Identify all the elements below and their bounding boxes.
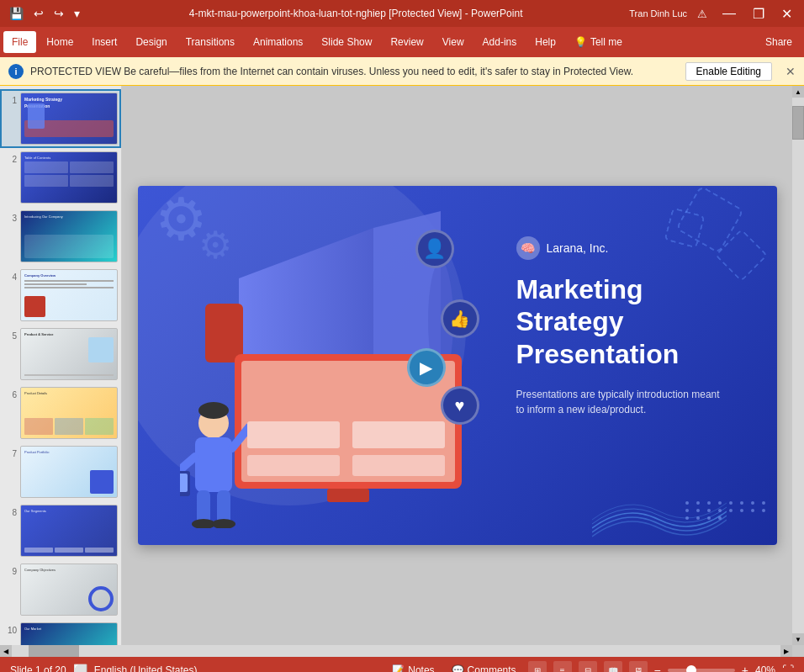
undo-icon[interactable]: ↩ (31, 5, 46, 22)
fit-screen-icon[interactable]: ⛶ (782, 664, 794, 672)
person-svg (180, 402, 247, 528)
slide-number-8: 8 (3, 508, 17, 517)
user-name: Tran Dinh Luc (629, 8, 687, 19)
slide-thumbnail-10[interactable]: 10 Our Market (0, 619, 121, 645)
banner-text: PROTECTED VIEW Be careful—files from the… (30, 66, 633, 77)
scroll-right-button[interactable]: ▶ (780, 645, 792, 657)
svg-rect-6 (247, 421, 340, 448)
slide-number-10: 10 (3, 626, 17, 635)
slide-number-2: 2 (3, 155, 17, 164)
menu-review[interactable]: Review (382, 31, 431, 53)
redo-icon[interactable]: ↪ (51, 5, 66, 22)
menu-home[interactable]: Home (38, 31, 82, 53)
slide-subtitle: Presentations are typically introduction… (516, 387, 752, 417)
status-left: Slide 1 of 20 ⬜ English (United States) (10, 664, 197, 672)
info-icon: i (8, 64, 24, 79)
menu-file[interactable]: File (3, 31, 36, 53)
slide-thumb-img-7: Product Portfolio (20, 446, 118, 498)
company-name: Larana, Inc. (547, 241, 609, 255)
slide-thumbnail-9[interactable]: 9 Company Objectives (0, 560, 121, 619)
slide-sorter-button[interactable]: ⊟ (579, 661, 597, 672)
customize-icon[interactable]: ▾ (71, 5, 82, 22)
slide-thumbnail-5[interactable]: 5 Product & Service (0, 325, 121, 384)
scroll-corner (792, 645, 804, 657)
scroll-down-button[interactable]: ▼ (792, 633, 804, 645)
svg-rect-7 (352, 421, 445, 448)
menu-view[interactable]: View (434, 31, 473, 53)
slide-panel: 1 Marketing Strategy Presentation 2 Tabl… (0, 86, 122, 645)
save-icon[interactable]: 💾 (7, 5, 26, 22)
svg-rect-21 (180, 474, 188, 492)
slide-thumbnail-2[interactable]: 2 Table of Contents (0, 148, 121, 207)
warning-icon: ⚠ (697, 8, 707, 20)
slide-thumbnail-1[interactable]: 1 Marketing Strategy Presentation (0, 89, 121, 148)
slide-thumbnail-7[interactable]: 7 Product Portfolio (0, 442, 121, 501)
social-user-icon: 👤 (415, 230, 454, 268)
status-bar: Slide 1 of 20 ⬜ English (United States) … (0, 657, 804, 672)
comment-icon: 💬 (452, 664, 464, 672)
window-title: 4-mkt-mau-powerpoint-khoa-luan-tot-nghie… (82, 8, 629, 19)
zoom-minus[interactable]: − (654, 664, 661, 672)
slide-thumbnail-6[interactable]: 6 Product Details (0, 384, 121, 442)
menu-animations[interactable]: Animations (245, 31, 311, 53)
svg-rect-13 (195, 437, 232, 492)
outline-view-button[interactable]: ≡ (553, 661, 572, 672)
main-area: 1 Marketing Strategy Presentation 2 Tabl… (0, 86, 804, 645)
h-scroll-track (12, 645, 780, 657)
slide-thumbnail-4[interactable]: 4 Company Overview (0, 266, 121, 325)
slide-thumb-img-1: Marketing Strategy Presentation (20, 93, 118, 145)
menu-design[interactable]: Design (127, 31, 175, 53)
menu-help[interactable]: Help (526, 31, 564, 53)
menu-insert[interactable]: Insert (83, 31, 125, 53)
minimize-button[interactable]: — (717, 4, 741, 23)
notes-button[interactable]: 📝 Notes (387, 663, 439, 672)
slide-thumb-img-9: Company Objectives (20, 564, 118, 616)
svg-point-18 (192, 519, 215, 528)
slide-thumbnail-8[interactable]: 8 Our Segments (0, 501, 121, 560)
language: English (United States) (94, 664, 198, 672)
social-like-icon: 👍 (441, 299, 479, 338)
slide-thumb-img-4: Company Overview (20, 269, 118, 321)
share-button[interactable]: Share (757, 31, 801, 53)
normal-view-button[interactable]: ⊞ (528, 661, 547, 672)
svg-rect-9 (352, 455, 445, 476)
slide-thumb-img-2: Table of Contents (20, 151, 118, 204)
svg-rect-8 (247, 455, 340, 476)
slide-thumb-img-6: Product Details (20, 387, 118, 439)
zoom-plus[interactable]: + (742, 664, 748, 672)
menu-addins[interactable]: Add-ins (474, 31, 526, 53)
zoom-thumb (686, 665, 696, 672)
slide-number-9: 9 (3, 567, 17, 576)
slide-thumb-img-5: Product & Service (20, 328, 118, 380)
slide-thumb-img-8: Our Segments (20, 505, 118, 557)
slide-number-1: 1 (3, 96, 17, 105)
menu-slideshow[interactable]: Slide Show (313, 31, 380, 53)
title-bar: 💾 ↩ ↪ ▾ 4-mkt-mau-powerpoint-khoa-luan-t… (0, 0, 804, 27)
enable-editing-button[interactable]: Enable Editing (685, 62, 772, 81)
scroll-up-button[interactable]: ▲ (792, 86, 804, 98)
scroll-left-button[interactable]: ◀ (0, 645, 12, 657)
presenter-view-button[interactable]: 🖥 (629, 661, 648, 672)
reading-view-button[interactable]: 📖 (604, 661, 622, 672)
svg-point-19 (212, 519, 235, 528)
slide-count: Slide 1 of 20 (10, 664, 66, 672)
h-scroll-thumb[interactable] (29, 645, 79, 657)
zoom-slider[interactable] (668, 669, 735, 672)
canvas-area: ⚙ ⚙ (122, 86, 792, 645)
menu-transitions[interactable]: Transitions (177, 31, 243, 53)
menu-tell-me[interactable]: 💡 Tell me (566, 31, 631, 53)
scroll-thumb[interactable] (792, 106, 804, 140)
lightbulb-icon: 💡 (574, 36, 587, 48)
right-scrollbar: ▲ ▼ (792, 86, 804, 645)
menu-bar: File Home Insert Design Transitions Anim… (0, 27, 804, 57)
protected-view-banner: i PROTECTED VIEW Be careful—files from t… (0, 57, 804, 86)
company-logo: 🧠 Larana, Inc. (516, 236, 752, 260)
svg-line-14 (232, 427, 247, 448)
close-button[interactable]: ✕ (776, 4, 797, 24)
slide-thumbnail-3[interactable]: 3 Introducing Our Company (0, 207, 121, 266)
comments-button[interactable]: 💬 Comments (447, 663, 521, 672)
banner-close-button[interactable]: ✕ (785, 65, 796, 78)
slide-number-3: 3 (3, 214, 17, 223)
slide-number-5: 5 (3, 331, 17, 341)
maximize-button[interactable]: ❐ (748, 4, 770, 24)
